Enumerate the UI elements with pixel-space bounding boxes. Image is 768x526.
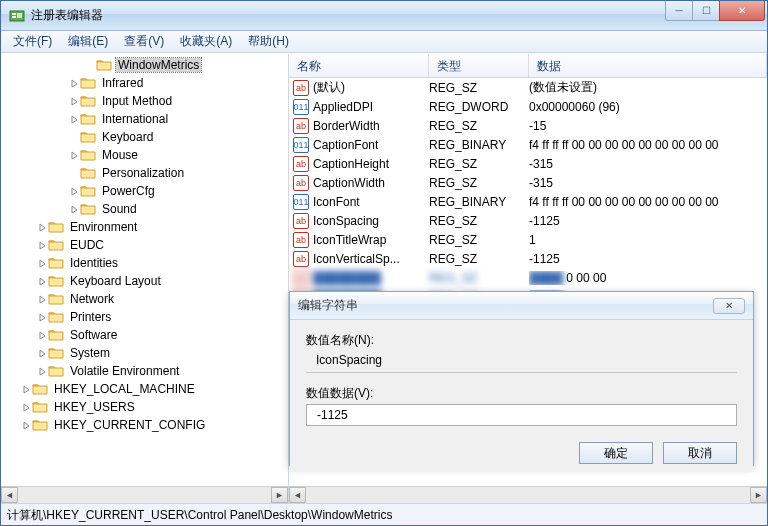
minimize-button[interactable]: ─ bbox=[665, 1, 693, 21]
tree-item[interactable]: PowerCfg bbox=[1, 182, 288, 200]
value-row[interactable]: 011AppliedDPIREG_DWORD0x00000060 (96) bbox=[289, 97, 767, 116]
close-button[interactable]: ✕ bbox=[719, 1, 765, 21]
statusbar: 计算机\HKEY_CURRENT_USER\Control Panel\Desk… bbox=[1, 503, 767, 525]
expander-icon[interactable] bbox=[85, 60, 96, 71]
expander-icon[interactable] bbox=[69, 168, 80, 179]
expander-icon[interactable] bbox=[37, 294, 48, 305]
tree-item[interactable]: HKEY_LOCAL_MACHINE bbox=[1, 380, 288, 398]
tree-item[interactable]: WindowMetrics bbox=[1, 56, 288, 74]
expander-icon[interactable] bbox=[21, 420, 32, 431]
tree-item[interactable]: Keyboard bbox=[1, 128, 288, 146]
maximize-button[interactable]: ☐ bbox=[692, 1, 720, 21]
dialog-close-button[interactable]: ✕ bbox=[713, 298, 745, 314]
menu-view[interactable]: 查看(V) bbox=[116, 31, 172, 52]
scroll-right[interactable]: ► bbox=[271, 487, 288, 503]
tree[interactable]: WindowMetricsInfraredInput MethodInterna… bbox=[1, 54, 288, 503]
expander-icon[interactable] bbox=[69, 204, 80, 215]
scroll-track[interactable] bbox=[306, 487, 750, 503]
tree-item[interactable]: Infrared bbox=[1, 74, 288, 92]
ok-button[interactable]: 确定 bbox=[579, 442, 653, 464]
menu-help[interactable]: 帮助(H) bbox=[240, 31, 297, 52]
tree-item[interactable]: Software bbox=[1, 326, 288, 344]
expander-icon[interactable] bbox=[37, 348, 48, 359]
tree-item[interactable]: Printers bbox=[1, 308, 288, 326]
expander-icon[interactable] bbox=[69, 186, 80, 197]
window-controls: ─ ☐ ✕ bbox=[666, 1, 765, 21]
value-row[interactable]: 011CaptionFontREG_BINARYf4 ff ff ff 00 0… bbox=[289, 135, 767, 154]
tree-item[interactable]: Environment bbox=[1, 218, 288, 236]
tree-item[interactable]: International bbox=[1, 110, 288, 128]
col-name[interactable]: 名称 bbox=[289, 54, 429, 77]
folder-icon bbox=[80, 112, 96, 126]
tree-hscrollbar[interactable]: ◄ ► bbox=[1, 486, 288, 503]
value-row[interactable]: abCaptionWidthREG_SZ-315 bbox=[289, 173, 767, 192]
value-row[interactable]: abCaptionHeightREG_SZ-315 bbox=[289, 154, 767, 173]
col-data[interactable]: 数据 bbox=[529, 54, 767, 77]
expander-icon[interactable] bbox=[69, 150, 80, 161]
scroll-left[interactable]: ◄ bbox=[1, 487, 18, 503]
expander-icon[interactable] bbox=[69, 96, 80, 107]
titlebar[interactable]: 注册表编辑器 ─ ☐ ✕ bbox=[1, 1, 767, 31]
string-value-icon: ab bbox=[293, 232, 309, 248]
svg-rect-3 bbox=[17, 13, 22, 18]
tree-label: Sound bbox=[100, 202, 139, 216]
value-type: REG_SZ bbox=[429, 119, 529, 133]
value-data-input[interactable] bbox=[306, 404, 737, 426]
expander-icon[interactable] bbox=[37, 222, 48, 233]
tree-item[interactable]: Network bbox=[1, 290, 288, 308]
tree-label: Personalization bbox=[100, 166, 186, 180]
value-row[interactable]: 011IconFontREG_BINARYf4 ff ff ff 00 00 0… bbox=[289, 192, 767, 211]
list-hscrollbar[interactable]: ◄ ► bbox=[289, 486, 767, 503]
expander-icon[interactable] bbox=[69, 114, 80, 125]
menu-edit[interactable]: 编辑(E) bbox=[60, 31, 116, 52]
scroll-left[interactable]: ◄ bbox=[289, 487, 306, 503]
expander-icon[interactable] bbox=[37, 258, 48, 269]
tree-item[interactable]: HKEY_USERS bbox=[1, 398, 288, 416]
scroll-track[interactable] bbox=[18, 487, 271, 503]
edit-string-dialog: 编辑字符串 ✕ 数值名称(N): IconSpacing 数值数据(V): 确定… bbox=[289, 291, 754, 466]
expander-icon[interactable] bbox=[37, 330, 48, 341]
expander-icon[interactable] bbox=[37, 276, 48, 287]
value-row[interactable]: ab████████REG_SZ████ 0 00 00 bbox=[289, 268, 767, 287]
menu-favorites[interactable]: 收藏夹(A) bbox=[172, 31, 240, 52]
value-name: abCaptionHeight bbox=[293, 156, 429, 172]
tree-item[interactable]: EUDC bbox=[1, 236, 288, 254]
expander-icon[interactable] bbox=[37, 312, 48, 323]
tree-item[interactable]: Sound bbox=[1, 200, 288, 218]
value-row[interactable]: abBorderWidthREG_SZ-15 bbox=[289, 116, 767, 135]
value-name: 011CaptionFont bbox=[293, 137, 429, 153]
value-row[interactable]: ab(默认)REG_SZ(数值未设置) bbox=[289, 78, 767, 97]
col-type[interactable]: 类型 bbox=[429, 54, 529, 77]
tree-item[interactable]: Volatile Environment bbox=[1, 362, 288, 380]
value-row[interactable]: abIconVerticalSp...REG_SZ-1125 bbox=[289, 249, 767, 268]
tree-item[interactable]: Identities bbox=[1, 254, 288, 272]
dialog-titlebar[interactable]: 编辑字符串 ✕ bbox=[290, 292, 753, 320]
expander-icon[interactable] bbox=[69, 132, 80, 143]
expander-icon[interactable] bbox=[37, 366, 48, 377]
menu-file[interactable]: 文件(F) bbox=[5, 31, 60, 52]
value-data: 0x00000060 (96) bbox=[529, 100, 767, 114]
tree-item[interactable]: Input Method bbox=[1, 92, 288, 110]
cancel-button[interactable]: 取消 bbox=[663, 442, 737, 464]
folder-icon bbox=[80, 166, 96, 180]
expander-icon[interactable] bbox=[69, 78, 80, 89]
value-data: f4 ff ff ff 00 00 00 00 00 00 00 00 00 bbox=[529, 195, 767, 209]
value-row[interactable]: abIconTitleWrapREG_SZ1 bbox=[289, 230, 767, 249]
value-name-label: 数值名称(N): bbox=[306, 332, 737, 349]
window-title: 注册表编辑器 bbox=[31, 7, 666, 24]
tree-item[interactable]: Personalization bbox=[1, 164, 288, 182]
tree-item[interactable]: HKEY_CURRENT_CONFIG bbox=[1, 416, 288, 434]
value-row[interactable]: abIconSpacingREG_SZ-1125 bbox=[289, 211, 767, 230]
scroll-right[interactable]: ► bbox=[750, 487, 767, 503]
value-name: abCaptionWidth bbox=[293, 175, 429, 191]
tree-item[interactable]: System bbox=[1, 344, 288, 362]
tree-label: Environment bbox=[68, 220, 139, 234]
expander-icon[interactable] bbox=[21, 402, 32, 413]
tree-label: Mouse bbox=[100, 148, 140, 162]
tree-item[interactable]: Mouse bbox=[1, 146, 288, 164]
tree-item[interactable]: Keyboard Layout bbox=[1, 272, 288, 290]
string-value-icon: ab bbox=[293, 80, 309, 96]
expander-icon[interactable] bbox=[21, 384, 32, 395]
value-type: REG_BINARY bbox=[429, 195, 529, 209]
expander-icon[interactable] bbox=[37, 240, 48, 251]
